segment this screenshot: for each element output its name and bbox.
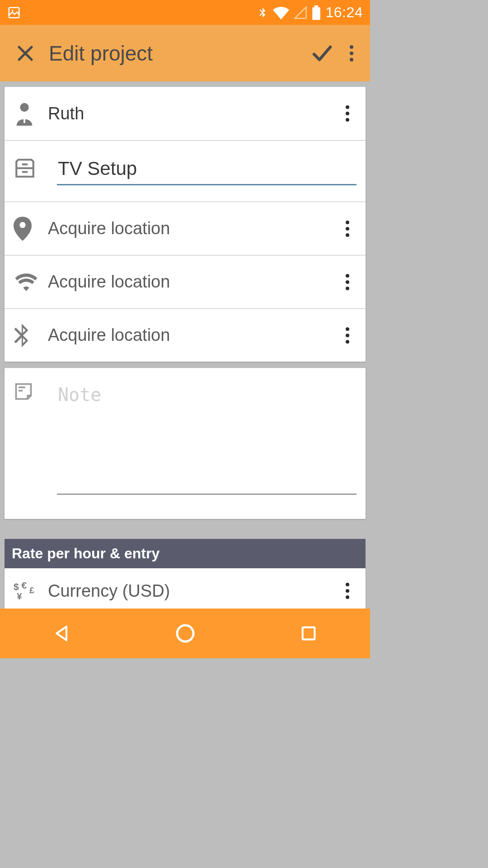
currency-card: $ € £ ¥ Currency (USD): [5, 568, 366, 609]
note-card: [5, 368, 366, 519]
nav-home-button[interactable]: [154, 615, 217, 651]
close-button[interactable]: [7, 35, 43, 71]
signal-icon: [294, 6, 307, 19]
bluetooth-icon: [257, 5, 268, 20]
client-row[interactable]: Ruth: [5, 87, 366, 140]
nav-bar: [0, 609, 370, 658]
confirm-button[interactable]: [304, 35, 340, 71]
client-menu-button[interactable]: [334, 100, 361, 127]
image-icon: [7, 6, 21, 19]
svg-text:€: €: [22, 580, 27, 590]
svg-point-1: [11, 9, 13, 11]
wifi-menu-button[interactable]: [334, 269, 361, 296]
content-scroll[interactable]: Ruth: [0, 81, 370, 609]
svg-point-9: [19, 222, 25, 228]
nav-recent-button[interactable]: [277, 615, 340, 651]
svg-rect-2: [314, 5, 319, 7]
currency-row[interactable]: $ € £ ¥ Currency (USD): [5, 568, 366, 609]
svg-text:£: £: [29, 585, 34, 595]
battery-icon: [312, 5, 321, 20]
gps-menu-button[interactable]: [334, 215, 361, 242]
svg-text:¥: ¥: [17, 591, 22, 601]
gps-location-label: Acquire location: [48, 219, 334, 238]
wifi-row-icon: [14, 273, 48, 291]
svg-point-4: [20, 103, 28, 112]
bluetooth-location-label: Acquire location: [48, 326, 334, 345]
svg-rect-8: [22, 171, 28, 173]
project-name-input[interactable]: [57, 154, 357, 185]
svg-point-16: [177, 625, 193, 642]
note-icon: [14, 382, 48, 401]
bluetooth-row-icon: [14, 324, 48, 347]
toolbar-title: Edit project: [43, 41, 304, 66]
bluetooth-menu-button[interactable]: [334, 322, 361, 349]
client-name: Ruth: [48, 104, 334, 123]
toolbar: Edit project: [0, 25, 370, 81]
cabinet-icon: [14, 154, 48, 179]
wifi-location-row[interactable]: Acquire location: [5, 255, 366, 308]
gps-location-row[interactable]: Acquire location: [5, 202, 366, 255]
svg-text:$: $: [14, 581, 19, 592]
svg-rect-7: [22, 164, 28, 165]
svg-rect-17: [302, 627, 314, 640]
currency-menu-button[interactable]: [334, 577, 361, 604]
note-input[interactable]: [57, 382, 357, 495]
nav-back-button[interactable]: [30, 615, 94, 651]
pin-icon: [14, 217, 48, 241]
clock-text: 16:24: [325, 4, 363, 21]
currency-label: Currency (USD): [48, 581, 334, 601]
project-card: Ruth: [5, 87, 366, 362]
status-bar: 16:24: [0, 0, 370, 25]
project-name-row: [5, 140, 366, 202]
bluetooth-location-row[interactable]: Acquire location: [5, 308, 366, 362]
rate-section-header: Rate per hour & entry: [5, 539, 366, 568]
wifi-icon: [273, 6, 289, 19]
person-icon: [14, 101, 48, 126]
wifi-location-label: Acquire location: [48, 272, 334, 292]
currency-icon: $ € £ ¥: [14, 580, 48, 602]
overflow-menu-button[interactable]: [340, 35, 363, 71]
svg-rect-3: [313, 7, 320, 20]
